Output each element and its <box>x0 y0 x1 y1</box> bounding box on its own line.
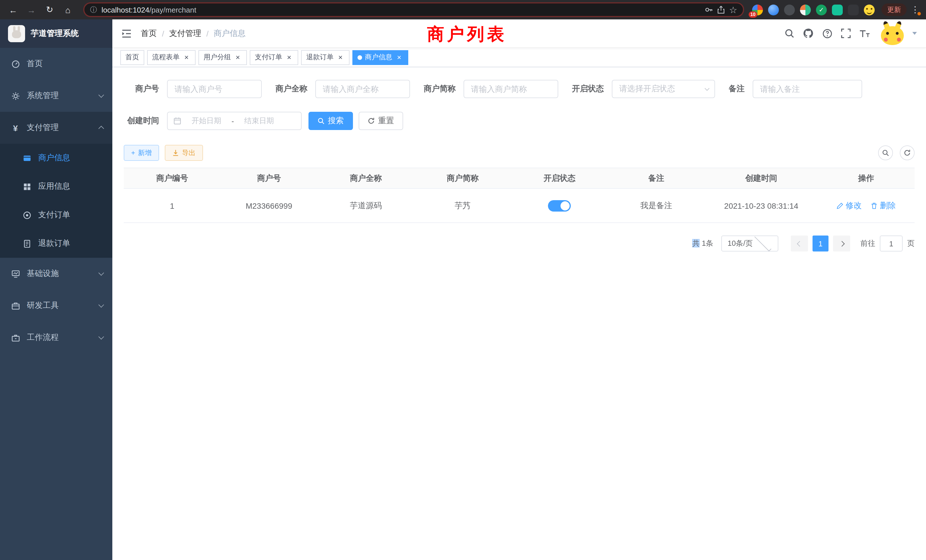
chevron-down-icon <box>98 270 104 276</box>
sidebar-item-refund-order[interactable]: 退款订单 <box>0 229 112 258</box>
tab-refund-order[interactable]: 退款订单 × <box>301 50 350 65</box>
sidebar-item-merchant-info[interactable]: 商户信息 <box>0 144 112 172</box>
gear-icon <box>10 92 21 100</box>
remark-label: 备注 <box>729 84 745 94</box>
chevron-down-icon <box>98 92 104 98</box>
extension-colorful-icon[interactable]: 10 <box>752 4 763 15</box>
reset-button[interactable]: 重置 <box>359 112 403 130</box>
browser-back-button[interactable]: ← <box>6 2 21 17</box>
chevron-right-icon <box>839 241 844 246</box>
site-info-icon[interactable]: ⓘ <box>90 5 97 15</box>
github-icon[interactable] <box>803 28 814 39</box>
filter-create-time: 创建时间 开始日期 - 结束日期 <box>124 112 302 130</box>
refund-doc-icon <box>22 239 32 248</box>
sidebar-menu: 首页 系统管理 ¥ 支付管理 <box>0 48 112 560</box>
date-end-placeholder[interactable]: 结束日期 <box>236 116 282 126</box>
extension-multi-icon[interactable] <box>800 4 811 15</box>
date-range-picker[interactable]: 开始日期 - 结束日期 <box>167 112 302 130</box>
close-icon[interactable]: × <box>234 53 242 61</box>
tab-home[interactable]: 首页 <box>120 50 144 65</box>
export-button[interactable]: 导出 <box>165 145 203 161</box>
profile-avatar-icon[interactable] <box>864 4 875 15</box>
browser-forward-button[interactable]: → <box>24 2 39 17</box>
extension-drop-icon[interactable] <box>768 4 779 15</box>
sidebar-item-home[interactable]: 首页 <box>0 48 112 80</box>
toggle-search-button[interactable] <box>878 145 893 160</box>
yen-icon: ¥ <box>10 123 21 133</box>
tab-pay-order[interactable]: 支付订单 × <box>250 50 298 65</box>
sidebar-item-pay-order[interactable]: 支付订单 <box>0 201 112 229</box>
share-icon[interactable] <box>717 6 725 14</box>
search-button[interactable]: 搜索 <box>309 112 353 130</box>
next-page-button[interactable] <box>833 236 850 251</box>
sidebar-item-devtools[interactable]: 研发工具 <box>0 290 112 322</box>
refresh-table-button[interactable] <box>900 145 915 160</box>
tab-user-group[interactable]: 用户分组 × <box>198 50 247 65</box>
breadcrumb-home[interactable]: 首页 <box>141 28 157 38</box>
extension-check-icon[interactable]: ✓ <box>816 4 827 15</box>
add-button[interactable]: + 新增 <box>124 145 159 161</box>
goto-label: 前往 <box>861 238 875 249</box>
user-avatar[interactable] <box>881 22 904 45</box>
table-row: 1 M233666999 芋道源码 芋艿 我是备注 2021-10-23 08:… <box>124 188 915 223</box>
merchant-name-label: 商户全称 <box>275 84 307 94</box>
avatar-dropdown-caret-icon[interactable] <box>912 32 917 35</box>
fullscreen-icon[interactable] <box>841 29 851 38</box>
breadcrumb-payment[interactable]: 支付管理 <box>169 28 201 38</box>
application-window: ← → ↻ ⌂ ⓘ localhost:1024/pay/merchant ☆ … <box>0 0 926 560</box>
sidebar-item-payment[interactable]: ¥ 支付管理 <box>0 112 112 144</box>
address-bar[interactable]: ⓘ localhost:1024/pay/merchant ☆ <box>83 2 744 17</box>
merchant-short-input[interactable] <box>464 80 558 98</box>
app-title: 芋道管理系统 <box>31 29 79 39</box>
prev-page-button[interactable] <box>791 236 808 251</box>
cell-actions: 修改 删除 <box>818 188 915 223</box>
bookmark-star-icon[interactable]: ☆ <box>729 4 737 15</box>
extension-green-square-icon[interactable] <box>832 4 843 15</box>
pagination: 共 1条 10条/页 1 前往 页 <box>124 236 915 251</box>
extension-dark-circle-icon[interactable] <box>784 4 795 15</box>
font-size-icon[interactable] <box>859 29 870 38</box>
breadcrumb-current: 商户信息 <box>214 28 246 38</box>
browser-home-button[interactable]: ⌂ <box>61 2 75 17</box>
tab-process-form[interactable]: 流程表单 × <box>147 50 195 65</box>
sidebar-item-infrastructure[interactable]: 基础设施 <box>0 258 112 290</box>
page-number-1[interactable]: 1 <box>813 236 829 251</box>
search-icon[interactable] <box>785 29 794 38</box>
sidebar-toggle-icon[interactable] <box>121 29 132 38</box>
page-size-select[interactable]: 10条/页 <box>721 236 778 251</box>
edit-pencil-icon <box>837 202 843 209</box>
goto-page-input[interactable] <box>880 236 903 251</box>
status-toggle[interactable] <box>548 200 571 211</box>
chrome-update-button[interactable]: 更新 <box>882 3 906 16</box>
cell-merchant-id: 1 <box>124 188 221 223</box>
status-select[interactable]: 请选择开启状态 <box>612 80 715 98</box>
sidebar-item-app-info[interactable]: 应用信息 <box>0 172 112 201</box>
delete-button[interactable]: 删除 <box>871 200 896 211</box>
remark-input[interactable] <box>753 80 862 98</box>
sidebar-item-workflow[interactable]: 工作流程 <box>0 322 112 354</box>
close-icon[interactable]: × <box>183 53 191 61</box>
sidebar: 芋道管理系统 首页 系统管理 ¥ 支付管 <box>0 20 112 560</box>
edit-button[interactable]: 修改 <box>837 200 862 211</box>
date-start-placeholder[interactable]: 开始日期 <box>184 116 229 126</box>
calendar-icon <box>173 117 181 125</box>
close-icon[interactable]: × <box>336 53 344 61</box>
extension-dark-square-icon[interactable] <box>848 4 859 15</box>
page-title-annotation: 商户列表 <box>427 23 507 46</box>
merchant-name-input[interactable] <box>315 80 410 98</box>
browser-menu-button[interactable]: ⋮ <box>910 5 920 15</box>
chevron-down-icon <box>754 234 771 251</box>
goto-suffix: 页 <box>907 238 915 249</box>
close-icon[interactable]: × <box>395 53 403 61</box>
password-key-icon[interactable] <box>705 6 713 14</box>
workflow-icon <box>10 333 21 342</box>
url-text: localhost:1024/pay/merchant <box>101 5 700 14</box>
close-icon[interactable]: × <box>285 53 293 61</box>
cell-remark: 我是备注 <box>608 188 705 223</box>
help-icon[interactable] <box>822 28 832 38</box>
browser-reload-button[interactable]: ↻ <box>42 2 57 17</box>
tab-merchant-info[interactable]: 商户信息 × <box>353 50 408 65</box>
merchant-no-input[interactable] <box>167 80 262 98</box>
sidebar-item-system[interactable]: 系统管理 <box>0 80 112 112</box>
sidebar-logo[interactable]: 芋道管理系统 <box>0 20 112 48</box>
